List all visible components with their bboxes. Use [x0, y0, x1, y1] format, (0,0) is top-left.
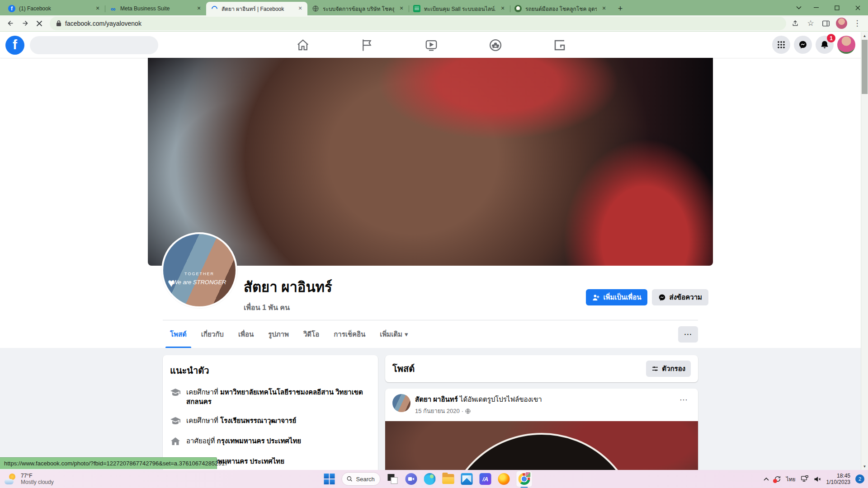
add-friend-button[interactable]: เพิ่มเป็นเพื่อน [586, 289, 647, 305]
tab-close-icon[interactable]: × [600, 5, 608, 12]
network-icon[interactable] [801, 475, 809, 483]
volume-muted-icon[interactable] [814, 476, 821, 483]
tab-title: รถยนต์มือสอง โชคลูกโชค อุดรธานี [525, 5, 597, 13]
gaming-icon[interactable] [553, 38, 566, 52]
cover-photo[interactable] [148, 58, 713, 266]
groups-icon[interactable] [489, 38, 502, 52]
posts-header-card: โพสต์ ตัวกรอง [385, 355, 698, 382]
window-minimize-button[interactable] [806, 0, 826, 15]
facebook-logo[interactable]: f [5, 36, 24, 55]
taskbar-search[interactable]: Search [342, 472, 381, 486]
start-button[interactable] [323, 473, 336, 485]
taskbar-clock[interactable]: 18:45 1/10/2023 [826, 473, 850, 485]
browser-tab-facebook[interactable]: f (1) Facebook × [4, 2, 105, 15]
pages-flag-icon[interactable] [360, 38, 374, 52]
send-message-button[interactable]: ส่งข้อความ [652, 289, 708, 305]
apps-grid-icon[interactable] [772, 36, 790, 54]
search-label: Search [356, 476, 375, 483]
browser-tab-used-cars[interactable]: รถยนต์มือสอง โชคลูกโชค อุดรธานี × [510, 2, 611, 15]
mail-button[interactable] [461, 473, 473, 485]
notification-center-badge[interactable]: 2 [855, 474, 864, 483]
notification-badge: 1 [827, 34, 835, 42]
watch-icon[interactable] [425, 38, 438, 52]
home-icon[interactable] [296, 38, 310, 52]
scrollbar-thumb[interactable] [862, 40, 868, 94]
tab-close-icon[interactable]: × [297, 5, 304, 12]
scroll-down-arrow-icon[interactable]: ▼ [861, 463, 868, 470]
home-icon [170, 436, 181, 447]
address-bar[interactable]: facebook.com/yayalovenok [50, 17, 786, 30]
tab-checkins[interactable]: การเช็คอิน [326, 320, 373, 348]
tab-friends[interactable]: เพื่อน [231, 320, 261, 348]
language-indicator[interactable]: ไทย [786, 475, 796, 483]
ia-app-button[interactable]: /A [479, 473, 492, 485]
firefox-button[interactable] [498, 473, 510, 485]
browser-profile-avatar[interactable] [836, 18, 847, 29]
back-button[interactable] [4, 17, 17, 30]
chat-app-button[interactable] [405, 473, 418, 485]
profile-picture[interactable]: ♥ TOGETHER We are STRONGER [161, 232, 237, 308]
share-icon[interactable] [790, 18, 801, 29]
task-view-button[interactable] [387, 473, 399, 485]
bookmark-star-icon[interactable]: ☆ [805, 18, 816, 29]
edge-button[interactable] [424, 473, 436, 485]
profile-tabs: โพสต์ เกี่ยวกับ เพื่อน รูปภาพ วิดีโอ การ… [163, 320, 698, 348]
tab-close-icon[interactable]: × [94, 5, 101, 12]
post-date[interactable]: 15 กันยายน 2020 [415, 406, 460, 416]
filters-button[interactable]: ตัวกรอง [646, 361, 691, 377]
page-scrollbar[interactable]: ▲ ▼ [861, 32, 868, 470]
tray-chevron-up-icon[interactable] [764, 478, 769, 481]
scroll-up-arrow-icon[interactable]: ▲ [861, 32, 868, 39]
tab-posts[interactable]: โพสต์ [163, 320, 194, 348]
tab-photos[interactable]: รูปภาพ [261, 320, 296, 348]
tab-search-chevron-icon[interactable] [792, 0, 806, 15]
forward-button[interactable] [18, 17, 32, 30]
post-image[interactable]: ♥ [385, 421, 698, 470]
post-author-name[interactable]: สัตยา ผาอินทร์ [415, 395, 458, 403]
file-explorer-button[interactable] [442, 473, 455, 485]
fb-account-avatar[interactable] [837, 36, 855, 54]
window-maximize-button[interactable] [826, 0, 847, 15]
tab-close-icon[interactable]: × [398, 5, 405, 12]
tab-videos[interactable]: วิดีโอ [296, 320, 326, 348]
chrome-button-active[interactable] [516, 471, 533, 487]
friends-count[interactable]: เพื่อน 1 พัน คน [244, 302, 332, 313]
tab-title: สัตยา ผาอินทร์ | Facebook [222, 5, 293, 13]
post-card: สัตยา ผาอินทร์ ได้อัพเดตรูปโปรไฟล์ของเขา… [385, 389, 698, 470]
tab-more[interactable]: เพิ่มเติม▾ [373, 320, 415, 348]
filters-label: ตัวกรอง [662, 363, 685, 374]
browser-tab-profile-active[interactable]: สัตยา ผาอินทร์ | Facebook × [206, 2, 307, 15]
tab-about[interactable]: เกี่ยวกับ [194, 320, 231, 348]
window-close-button[interactable] [847, 0, 868, 15]
side-panel-icon[interactable] [821, 18, 831, 29]
tab-close-icon[interactable]: × [499, 5, 506, 12]
globe-favicon-icon [312, 5, 319, 12]
post-author-avatar[interactable] [392, 394, 410, 412]
messenger-icon[interactable] [794, 36, 812, 54]
weather-widget[interactable]: 77°F Mostly cloudy [5, 470, 54, 488]
url-text[interactable]: facebook.com/yayalovenok [65, 20, 142, 27]
stop-loading-button[interactable] [33, 17, 46, 30]
browser-tab-meta-business[interactable]: ∞ Meta Business Suite × [105, 2, 206, 15]
post-menu-kebab-icon[interactable]: ⋯ [677, 394, 691, 406]
person-add-icon [592, 294, 600, 301]
car-logo-favicon-icon [514, 5, 522, 12]
post-meta: 15 กันยายน 2020 · [415, 406, 672, 416]
browser-toolbar: facebook.com/yayalovenok ☆ ⋮ [0, 15, 868, 32]
windows-taskbar: 77°F Mostly cloudy Search /A [0, 470, 868, 488]
task-view-icon [388, 474, 398, 484]
folder-icon [443, 474, 454, 484]
notifications-bell-icon[interactable]: 1 [816, 36, 834, 54]
new-tab-button[interactable]: + [614, 2, 627, 15]
avatar-text-stronger: We are STRONGER [173, 279, 226, 286]
sync-status-icon[interactable] [774, 475, 781, 483]
profile-more-button[interactable]: ⋯ [678, 326, 698, 343]
browser-menu-kebab-icon[interactable]: ⋮ [852, 18, 863, 29]
browser-tab-data-system[interactable]: ระบบจัดการข้อมูล บริษัท โชคลูกโชค × [307, 2, 409, 15]
intro-card: แนะนำตัว เคยศึกษาที่ มหาวิทยาลัยเทคโนโลย… [163, 355, 378, 470]
browser-tab-strip: f (1) Facebook × ∞ Meta Business Suite ×… [0, 0, 868, 15]
tab-close-icon[interactable]: × [195, 5, 203, 12]
facebook-search-input[interactable] [30, 36, 158, 54]
browser-tab-sheets[interactable]: ทะเบียนคุม Sall ระบบออนไลน์.xlsx - G × [409, 2, 510, 15]
intro-item-education-1: เคยศึกษาที่ มหาวิทยาลัยเทคโนโลยีราชมงคลอ… [170, 387, 371, 406]
